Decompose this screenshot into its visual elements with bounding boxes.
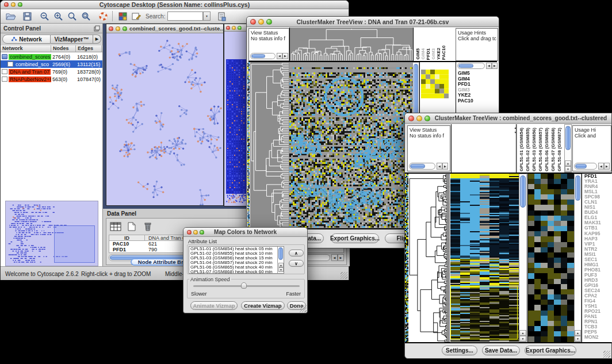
scroll-left-icon[interactable]: ◀	[437, 163, 442, 170]
attribute-list-item[interactable]: GPL51-04 (GSM857) heat shock 20 min	[189, 260, 277, 265]
scroll-left-icon[interactable]: ◀	[331, 254, 338, 261]
minimize-button[interactable]	[193, 230, 198, 235]
tv2-genelist-vscrollbar[interactable]: ▲ ▼	[574, 174, 582, 342]
gene-list-item[interactable]: PAC10	[456, 98, 499, 104]
network-table-header[interactable]: Network Nodes Edges	[1, 45, 102, 52]
scroll-up-icon[interactable]: ▲	[575, 330, 581, 336]
float-panel-icon[interactable]	[94, 25, 100, 33]
scroll-right-icon[interactable]: ▶	[442, 163, 448, 170]
scrollbar-thumb[interactable]	[251, 54, 265, 58]
scroll-down-icon[interactable]: ▼	[513, 130, 518, 135]
import-table-icon[interactable]	[215, 10, 228, 22]
treeview2-titlebar[interactable]: ClusterMaker TreeView : combined_scores_…	[405, 113, 611, 124]
close-button[interactable]	[408, 116, 414, 121]
network-window-1-titlebar[interactable]: combined_scores_good.txt--cluste...	[106, 24, 223, 33]
network-table-row[interactable]: RNAPuberNov2+I563(0)107847(0)	[1, 75, 102, 83]
zoom-button[interactable]	[18, 2, 22, 7]
attribute-list-vscrollbar[interactable]: ▲ ▼	[277, 247, 284, 273]
close-button[interactable]	[109, 26, 113, 31]
main-titlebar[interactable]: Cytoscape Desktop (Session Name: collins…	[1, 1, 349, 9]
zoom-button[interactable]	[238, 26, 242, 30]
scrollbar-thumb[interactable]	[458, 64, 473, 68]
scroll-down-icon[interactable]: ▼	[565, 166, 571, 172]
delete-attribute-icon[interactable]	[141, 221, 155, 232]
scrollbar-thumb[interactable]	[520, 175, 526, 208]
scroll-right-icon[interactable]: ▶	[282, 53, 288, 59]
scroll-up-icon[interactable]: ▲	[278, 263, 284, 267]
tab-vizmapper[interactable]: VizMapper™	[51, 35, 93, 44]
zoom-button[interactable]	[123, 26, 127, 31]
zoom-button[interactable]	[266, 19, 272, 25]
tab-network[interactable]: Network	[2, 35, 51, 44]
tv2-heatmap[interactable]	[450, 174, 519, 342]
attribute-list-item[interactable]: GPL51-03 (GSM856) heat shock 15 min	[189, 256, 277, 260]
treeview1-titlebar[interactable]: ClusterMaker TreeView : DNA and Tran 07-…	[247, 17, 499, 27]
tv1-column-dendrogram[interactable]	[289, 28, 414, 61]
scrollbar-thumb[interactable]	[575, 175, 580, 201]
new-attribute-icon[interactable]	[125, 221, 139, 232]
scroll-right-icon[interactable]: ▶	[492, 63, 498, 69]
export-graphics-button[interactable]: Export Graphics...	[525, 346, 576, 355]
animate-vizmap-button[interactable]: Animate Vizmap	[190, 301, 238, 310]
tab-overflow-icon[interactable]: ▶	[93, 35, 101, 44]
zoom-selected-icon[interactable]	[65, 10, 79, 22]
resize-grip[interactable]	[341, 272, 347, 279]
scroll-up-icon[interactable]: ▲	[519, 330, 526, 336]
network-table-row[interactable]: combined_scores2764(0)16218(0)	[1, 53, 102, 60]
network-table-row[interactable]: DNA and Tran 07769(0)183728(0)	[1, 68, 102, 75]
scroll-left-icon[interactable]: ◀	[598, 163, 604, 170]
close-button[interactable]	[226, 26, 230, 30]
create-vizmap-button[interactable]: Create Vizmap	[241, 301, 285, 310]
tv2-row-dendrogram[interactable]	[408, 174, 450, 342]
minimize-button[interactable]	[416, 116, 422, 121]
tv2-selected-genes-heatmap[interactable]	[527, 174, 574, 342]
move-up-button[interactable]: ∧	[289, 250, 304, 256]
tv1-similarity-matrix[interactable]	[421, 70, 449, 98]
scroll-left-icon[interactable]: ◀	[277, 53, 282, 59]
dialog-titlebar[interactable]: Map Colors to Network	[183, 228, 307, 237]
zoom-button[interactable]	[424, 116, 430, 121]
scroll-up-icon[interactable]: ▲	[513, 125, 518, 130]
save-data-button[interactable]: Save Data...	[482, 346, 520, 355]
attribute-list-item[interactable]: GPL51-06 (GSM865) heat shock 40 min	[189, 265, 277, 270]
scroll-up-icon[interactable]: ▲	[565, 160, 571, 166]
annotation-icon[interactable]	[129, 10, 143, 22]
tv2-collabel-vscrollbar[interactable]: ▲ ▼	[564, 124, 572, 173]
minimize-button[interactable]	[232, 26, 236, 30]
save-icon[interactable]	[20, 10, 34, 22]
zoom-button[interactable]	[200, 230, 204, 235]
minimize-button[interactable]	[116, 26, 120, 31]
resize-grip[interactable]	[603, 351, 610, 358]
scroll-down-icon[interactable]: ▼	[575, 336, 581, 342]
close-button[interactable]	[250, 19, 256, 25]
scrollbar-thumb[interactable]	[575, 164, 587, 168]
scrollbar-thumb[interactable]	[565, 126, 571, 150]
usage-hints-hscrollbar[interactable]	[574, 163, 597, 170]
scroll-right-icon[interactable]: ▶	[338, 254, 344, 261]
minimize-button[interactable]	[11, 2, 16, 7]
scroll-down-icon[interactable]: ▼	[278, 267, 284, 272]
help-icon[interactable]	[96, 10, 110, 22]
zoom-out-icon[interactable]	[37, 10, 51, 22]
close-button[interactable]	[187, 230, 192, 235]
tv1-overview-strip[interactable]	[247, 62, 250, 228]
scroll-down-icon[interactable]: ▼	[519, 336, 526, 342]
settings-button[interactable]: Settings...	[442, 346, 477, 355]
scrollbar-thumb[interactable]	[278, 247, 283, 260]
network-window-2-titlebar[interactable]	[224, 24, 248, 32]
tv2-column-dendrogram-area[interactable]	[451, 124, 517, 173]
move-down-button[interactable]: ∨	[289, 260, 304, 267]
search-input[interactable]	[167, 12, 203, 21]
export-graphics-button[interactable]: Export Graphics...	[331, 233, 379, 243]
view-status-hscrollbar[interactable]	[250, 53, 276, 59]
scroll-right-icon[interactable]: ▶	[604, 163, 610, 170]
zoom-in-icon[interactable]	[51, 10, 65, 22]
tv2-vscrollbar[interactable]: ▲ ▼	[519, 174, 527, 342]
attribute-list-item[interactable]: GPL51-02 (GSM855) heat shock 10 min	[189, 251, 277, 256]
close-button[interactable]	[4, 2, 9, 7]
scrollbar-thumb[interactable]	[410, 164, 425, 168]
speed-slider-thumb[interactable]	[241, 282, 247, 289]
open-file-icon[interactable]	[4, 10, 18, 22]
attribute-list-item[interactable]: GPL51-01 (GSM854) heat shock 05 min	[189, 247, 277, 251]
view-status-hscrollbar[interactable]	[409, 163, 435, 170]
